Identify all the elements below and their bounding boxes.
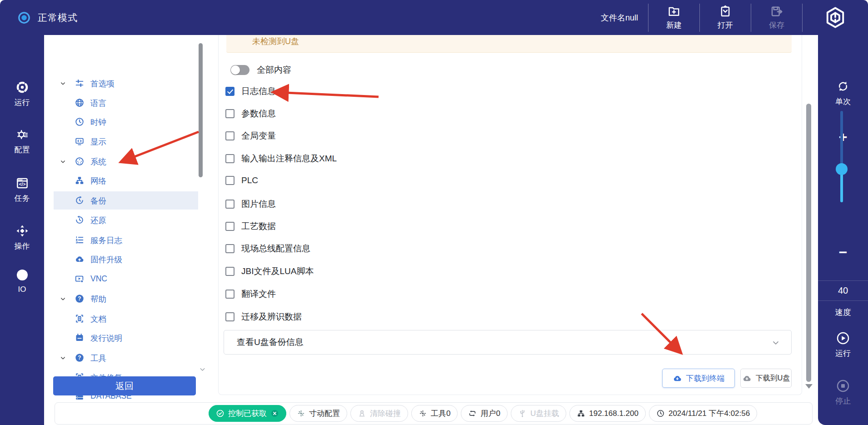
loop-arrows-icon (468, 409, 477, 418)
speed-decrease-button[interactable]: − (818, 245, 868, 260)
menu-item-release-notes[interactable]: 发行说明 (54, 329, 198, 347)
menu-item-service-log[interactable]: 服务日志 (54, 231, 198, 249)
run-target-icon (15, 80, 29, 94)
menu-scrollbar-thumb[interactable] (199, 43, 203, 177)
checkbox-io-comments-xml[interactable] (225, 154, 234, 163)
chevron-down-icon[interactable] (60, 355, 66, 361)
speed-slider-track[interactable] (840, 111, 843, 202)
clear-collision-pill[interactable]: 清除碰撞 (350, 405, 408, 422)
checkbox-process-data[interactable] (225, 222, 234, 231)
nav-io[interactable]: IO (0, 268, 44, 294)
speed-slider-knob[interactable] (836, 163, 848, 175)
usb-icon (518, 409, 527, 418)
checkbox-log-info[interactable] (225, 87, 234, 96)
menu-item-firmware-upgrade[interactable]: 固件升级 (54, 250, 198, 268)
system-dial-icon (75, 156, 85, 166)
clock-icon (656, 409, 665, 418)
datetime-pill[interactable]: 2024/11/21 下午4:02:56 (649, 405, 757, 422)
app-window: 正常模式 文件名null 新建 打开 保存 (0, 0, 868, 425)
menu-item-help[interactable]: 帮助 (54, 290, 198, 308)
tool-pill[interactable]: 工具0 (411, 405, 458, 422)
menu-item-tools[interactable]: 工具 (54, 349, 198, 367)
backup-icon (75, 195, 85, 205)
divider (818, 280, 868, 281)
menu-item-network[interactable]: 网络 (54, 171, 198, 190)
download-to-terminal-button[interactable]: 下载到终端 (662, 369, 735, 388)
checkbox-param-info[interactable] (225, 109, 234, 118)
menu-item-preferences[interactable]: 首选项 (54, 74, 198, 92)
chevron-down-icon[interactable] (60, 158, 66, 165)
chevron-down-icon[interactable] (60, 295, 66, 302)
menu-item-vnc[interactable]: VNC (54, 270, 198, 288)
checkbox-row-param-info[interactable]: 参数信息 (225, 108, 276, 120)
menu-item-docs[interactable]: 文档 (54, 310, 198, 328)
nav-config[interactable]: 配置 (0, 128, 44, 155)
menu-item-display[interactable]: 显示 (54, 132, 198, 150)
checkbox-row-io-comments-xml[interactable]: 输入输出注释信息及XML (225, 153, 337, 165)
back-button[interactable]: 返回 (53, 376, 196, 395)
main-scroll-down-icon[interactable] (805, 384, 813, 389)
menu-scroll-more-icon[interactable] (199, 365, 206, 373)
status-bar: 控制已获取 寸动配置 清除碰撞 工具0 用户0 U盘挂载 (55, 402, 813, 425)
single-cycle-button[interactable]: 单次 (818, 80, 868, 107)
cloud-download-icon (742, 374, 752, 383)
chevron-down-icon[interactable] (60, 80, 66, 87)
run-button[interactable]: 运行 (818, 331, 868, 359)
save-file-button[interactable]: 保存 (751, 0, 802, 35)
checkbox-row-log-info[interactable]: 日志信息 (225, 85, 276, 97)
usb-warning-text: 未检测到U盘 (252, 36, 299, 47)
checkbox-row-jbi-lua[interactable]: JBI文件及LUA脚本 (225, 265, 314, 277)
checkbox-row-process-data[interactable]: 工艺数据 (225, 220, 276, 232)
stop-button[interactable]: 停止 (818, 379, 868, 406)
stop-circle-icon (836, 379, 850, 393)
checkbox-fieldbus-config[interactable] (225, 244, 234, 253)
usb-backup-info-select[interactable]: 查看U盘备份信息 (224, 330, 792, 355)
control-acquired-pill[interactable]: 控制已获取 (209, 405, 286, 422)
nav-operate[interactable]: 操作 (0, 224, 44, 251)
menu-item-clock[interactable]: 时钟 (54, 113, 198, 131)
checkbox-jbi-lua[interactable] (225, 267, 234, 276)
mode-label: 正常模式 (38, 11, 78, 24)
main-scrollbar-thumb[interactable] (806, 104, 811, 382)
move-arrows-icon (15, 224, 29, 238)
checkbox-migration-data[interactable] (225, 312, 234, 321)
checkbox-row-translation-files[interactable]: 翻译文件 (225, 288, 276, 300)
select-all-label: 全部内容 (257, 64, 291, 76)
gear-icon (15, 128, 29, 141)
nav-task[interactable]: 任务 (0, 176, 44, 204)
io-cycle-icon (15, 268, 29, 282)
close-circle-icon[interactable] (270, 409, 279, 418)
monitor-icon (75, 136, 85, 146)
nav-run[interactable]: 运行 (0, 80, 44, 108)
download-to-usb-button[interactable]: 下载到U盘 (740, 369, 792, 388)
menu-item-backup[interactable]: 备份 (54, 191, 198, 210)
checkbox-row-global-vars[interactable]: 全局变量 (225, 130, 276, 142)
checkbox-row-migration-data[interactable]: 迁移及辨识数据 (225, 311, 302, 323)
checkbox-global-vars[interactable] (225, 131, 234, 140)
ip-address-pill[interactable]: 192.168.1.200 (569, 405, 646, 422)
collision-robot-icon (358, 409, 366, 418)
jog-config-pill[interactable]: 寸动配置 (289, 405, 347, 422)
checkbox-row-image-info[interactable]: 图片信息 (225, 198, 276, 210)
sitemap-icon (75, 175, 85, 185)
network-icon (577, 409, 585, 418)
select-all-toggle[interactable] (230, 65, 249, 75)
divider (818, 300, 868, 301)
usb-mount-pill[interactable]: U盘挂载 (511, 405, 566, 422)
menu-item-restore[interactable]: 还原 (54, 211, 198, 229)
open-file-button[interactable]: 打开 (700, 0, 751, 35)
new-file-button[interactable]: 新建 (649, 0, 699, 35)
question-circle-icon (75, 294, 85, 304)
checkbox-row-fieldbus-config[interactable]: 现场总线配置信息 (225, 243, 310, 255)
jog-icon (297, 409, 305, 418)
speed-increase-button[interactable]: + (818, 130, 868, 144)
user-pill[interactable]: 用户0 (461, 405, 507, 422)
menu-item-language[interactable]: 语言 (54, 94, 198, 112)
checkbox-plc[interactable] (225, 176, 234, 185)
checkbox-image-info[interactable] (225, 200, 234, 209)
checkbox-row-plc[interactable]: PLC (225, 175, 258, 185)
checkbox-translation-files[interactable] (225, 290, 234, 299)
settings-menu-panel: 首选项 语言 时钟 显示 系统 网络 备份 还原 (54, 35, 207, 376)
cloud-download-icon (673, 374, 682, 383)
menu-item-system[interactable]: 系统 (54, 152, 198, 170)
